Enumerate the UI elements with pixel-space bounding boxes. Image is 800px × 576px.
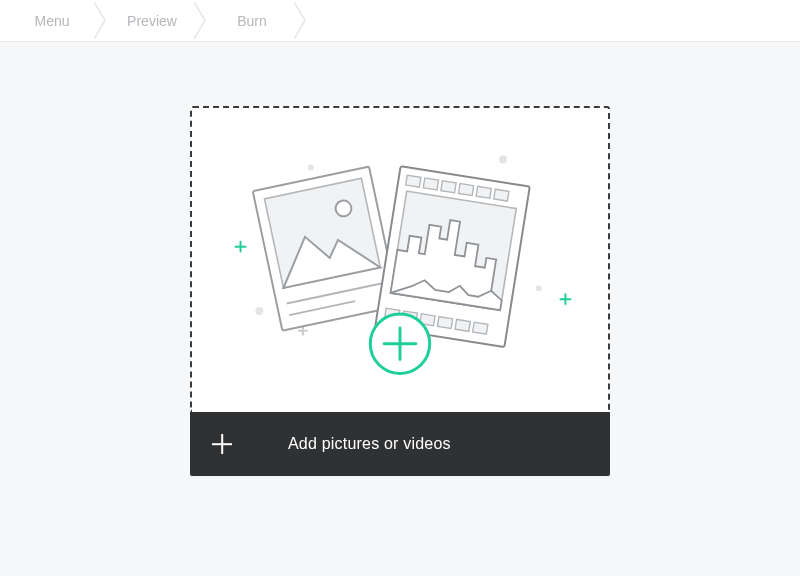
tab-label: Menu <box>34 13 69 29</box>
svg-point-0 <box>308 164 314 170</box>
tab-label: Burn <box>237 13 267 29</box>
tab-bar: Menu Preview Burn <box>0 0 800 42</box>
add-media-button[interactable]: Add pictures or videos <box>190 412 610 476</box>
tab-separator-icon <box>194 2 206 39</box>
tab-label: Preview <box>127 13 177 29</box>
svg-rect-13 <box>458 184 473 196</box>
tab-menu[interactable]: Menu <box>6 0 106 41</box>
media-illustration-icon <box>192 108 608 411</box>
add-media-label: Add pictures or videos <box>288 435 451 453</box>
plus-icon <box>212 434 232 454</box>
svg-rect-22 <box>473 322 488 334</box>
svg-rect-14 <box>476 186 491 198</box>
tab-preview[interactable]: Preview <box>106 0 206 41</box>
workspace: Add pictures or videos <box>0 42 800 476</box>
tab-separator-icon <box>94 2 106 39</box>
drop-zone[interactable] <box>190 106 610 412</box>
tab-burn[interactable]: Burn <box>206 0 306 41</box>
svg-rect-20 <box>437 317 452 329</box>
add-circle-icon <box>370 314 429 373</box>
svg-rect-21 <box>455 319 470 331</box>
svg-rect-11 <box>423 178 438 190</box>
svg-point-3 <box>499 156 507 164</box>
tab-separator-icon <box>294 2 306 39</box>
svg-rect-10 <box>406 175 421 187</box>
svg-rect-12 <box>441 181 456 193</box>
svg-point-1 <box>536 285 542 291</box>
drop-card: Add pictures or videos <box>190 106 610 476</box>
svg-rect-15 <box>494 189 509 201</box>
svg-point-2 <box>255 307 263 315</box>
